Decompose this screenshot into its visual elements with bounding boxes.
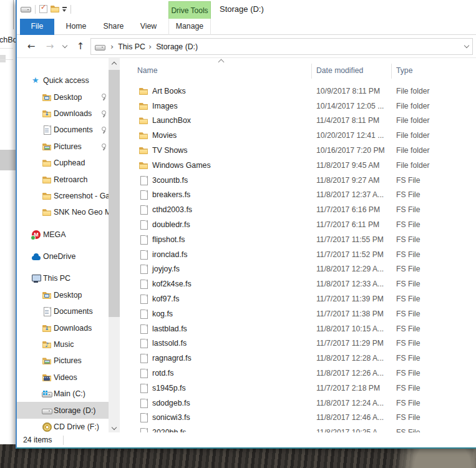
sidebar-item-mega[interactable]: MEGA bbox=[17, 227, 109, 243]
file-name-cell[interactable]: Art Books bbox=[120, 86, 311, 96]
back-button[interactable]: ← bbox=[25, 40, 37, 52]
file-name: 3countb.fs bbox=[152, 176, 188, 185]
sidebar-item-videos[interactable]: Videos bbox=[17, 369, 109, 386]
address-history-chevron-icon[interactable] bbox=[464, 43, 469, 48]
column-header-name[interactable]: Name bbox=[137, 66, 158, 75]
file-name-cell[interactable]: ironclad.fs bbox=[120, 250, 311, 260]
file-name-cell[interactable]: Images bbox=[120, 101, 311, 111]
sidebar-item-downloads[interactable]: Downloads bbox=[17, 105, 109, 122]
file-row[interactable]: Movies10/20/2017 12:41 ...File folder bbox=[120, 128, 476, 143]
sidebar-item-documents[interactable]: Documents bbox=[17, 122, 109, 138]
sidebar-item-pictures[interactable]: Pictures bbox=[17, 353, 109, 369]
column-header-date-modified[interactable]: Date modified bbox=[316, 66, 363, 75]
tab-manage[interactable]: Manage bbox=[168, 19, 211, 35]
file-name-cell[interactable]: cthd2003.fs bbox=[120, 205, 311, 215]
file-name-cell[interactable]: joyjoy.fs bbox=[120, 264, 311, 274]
sidebar-item-retroarch[interactable]: Retroarch bbox=[17, 171, 109, 187]
sidebar-item-onedrive[interactable]: OneDrive bbox=[17, 248, 109, 265]
sidebar-item-storage-d[interactable]: Storage (D:) bbox=[17, 402, 109, 418]
file-name-cell[interactable]: Movies bbox=[120, 130, 311, 140]
sidebar-item-cd-drive-f[interactable]: CD Drive (F:) bbox=[17, 419, 109, 434]
file-row[interactable]: ironclad.fs11/7/2017 11:52 PMFS File bbox=[120, 247, 476, 262]
sidebar-item-quick-access[interactable]: Quick access bbox=[17, 72, 109, 89]
file-name-cell[interactable]: lastblad.fs bbox=[120, 324, 311, 334]
file-name-cell[interactable]: rotd.fs bbox=[120, 368, 311, 378]
file-name-cell[interactable]: kof97.fs bbox=[120, 294, 311, 304]
forward-button[interactable]: → bbox=[44, 40, 56, 52]
file-type: FS File bbox=[391, 354, 476, 363]
tab-file[interactable]: File bbox=[20, 19, 54, 35]
file-row[interactable]: LaunchBox11/4/2017 8:11 PMFile folder bbox=[120, 114, 476, 129]
file-name-cell[interactable]: flipshot.fs bbox=[120, 235, 311, 245]
file-row[interactable]: ragnagrd.fs11/8/2017 12:28 A...FS File bbox=[120, 351, 476, 366]
file-row[interactable]: Art Books10/9/2017 8:11 PMFile folder bbox=[120, 84, 476, 99]
sidebar-item-desktop[interactable]: Desktop bbox=[17, 89, 109, 105]
address-bar[interactable]: › This PC › Storage (D:) bbox=[90, 38, 473, 55]
file-row[interactable]: s1945p.fs11/7/2017 2:18 PMFS File bbox=[120, 381, 476, 396]
file-row[interactable]: lastblad.fs11/8/2017 10:15 A...FS File bbox=[120, 321, 476, 336]
file-icon bbox=[138, 412, 148, 422]
file-row[interactable]: kog.fs11/7/2017 11:38 PMFS File bbox=[120, 306, 476, 321]
file-name-cell[interactable]: TV Shows bbox=[120, 145, 311, 155]
file-date-modified: 11/8/2017 12:24 A... bbox=[311, 399, 391, 407]
up-button[interactable]: ↑ bbox=[74, 40, 87, 52]
file-name-cell[interactable]: breakers.fs bbox=[120, 190, 311, 200]
file-row[interactable]: kof2k4se.fs11/8/2017 12:33 A...FS File bbox=[120, 276, 476, 291]
recent-locations-chevron-icon[interactable] bbox=[62, 43, 67, 48]
file-name-cell[interactable]: Windows Games bbox=[120, 160, 311, 170]
column-header-type[interactable]: Type bbox=[396, 66, 412, 75]
file-row[interactable]: flipshot.fs11/7/2017 11:55 PMFS File bbox=[120, 232, 476, 247]
sidebar-item-main-c[interactable]: Main (C:) bbox=[17, 386, 109, 402]
file-name-cell[interactable]: s1945p.fs bbox=[120, 383, 311, 393]
breadcrumb-storage-d[interactable]: Storage (D:) bbox=[156, 42, 198, 51]
sidebar-scrollbar[interactable] bbox=[109, 58, 120, 434]
file-row[interactable]: lastsold.fs11/7/2017 11:29 PMFS File bbox=[120, 336, 476, 351]
column-resize-handle[interactable] bbox=[311, 64, 312, 79]
tab-share[interactable]: Share bbox=[100, 19, 127, 35]
sidebar-item-snk-neo-geo-m[interactable]: SNK Neo Geo M bbox=[17, 204, 109, 220]
file-row[interactable]: TV Shows10/16/2017 7:20 PMFile folder bbox=[120, 143, 476, 158]
sidebar-item-this-pc[interactable]: This PC bbox=[17, 270, 109, 286]
scroll-up-button[interactable] bbox=[109, 58, 120, 69]
file-type: FS File bbox=[391, 384, 476, 392]
file-name-cell[interactable]: ragnagrd.fs bbox=[120, 353, 311, 363]
sidebar-item-cuphead[interactable]: Cuphead bbox=[17, 155, 109, 171]
file-row[interactable]: sonicwi3.fs11/8/2017 12:46 A...FS File bbox=[120, 411, 476, 426]
breadcrumb-this-pc[interactable]: This PC bbox=[118, 42, 145, 51]
qat-drive-button[interactable] bbox=[21, 4, 32, 15]
file-row[interactable]: Images10/14/2017 12:05 ...File folder bbox=[120, 99, 476, 114]
file-row[interactable]: rotd.fs11/8/2017 12:26 A...FS File bbox=[120, 366, 476, 381]
file-name-cell[interactable]: 3countb.fs bbox=[120, 175, 311, 185]
sidebar-item-pictures[interactable]: Pictures bbox=[17, 139, 109, 155]
file-row[interactable]: Windows Games11/8/2017 9:45 AMFile folde… bbox=[120, 158, 476, 173]
sidebar-item-desktop[interactable]: Desktop bbox=[17, 287, 109, 303]
file-type: FS File bbox=[391, 310, 476, 318]
sidebar-item-screenshot-ga[interactable]: Screenshot - Ga bbox=[17, 188, 109, 204]
qat-new-folder-button[interactable] bbox=[50, 4, 61, 15]
qat-customize-button[interactable] bbox=[61, 4, 67, 15]
file-name-cell[interactable]: doubledr.fs bbox=[120, 220, 311, 230]
file-row[interactable]: sdodgeb.fs11/8/2017 12:24 A...FS File bbox=[120, 396, 476, 411]
file-row[interactable]: cthd2003.fs11/7/2017 6:16 PMFS File bbox=[120, 202, 476, 217]
file-row[interactable]: joyjoy.fs11/8/2017 12:29 A...FS File bbox=[120, 262, 476, 277]
tab-home[interactable]: Home bbox=[62, 19, 90, 35]
file-name-cell[interactable]: sdodgeb.fs bbox=[120, 398, 311, 408]
file-name-cell[interactable]: LaunchBox bbox=[120, 115, 311, 125]
sidebar-item-label: Documents bbox=[54, 307, 93, 316]
scrollbar-thumb[interactable] bbox=[109, 70, 120, 317]
file-row[interactable]: doubledr.fs11/7/2017 6:11 PMFS File bbox=[120, 217, 476, 232]
tab-view[interactable]: View bbox=[137, 19, 160, 35]
sidebar-item-documents[interactable]: Documents bbox=[17, 303, 109, 319]
file-row[interactable]: kof97.fs11/7/2017 11:39 PMFS File bbox=[120, 291, 476, 306]
file-row[interactable]: 3countb.fs11/8/2017 9:27 AMFS File bbox=[120, 173, 476, 188]
drive-tools-contextual-tab[interactable]: Drive Tools bbox=[168, 1, 211, 19]
sidebar-item-downloads[interactable]: Downloads bbox=[17, 319, 109, 336]
sidebar-item-music[interactable]: Music bbox=[17, 336, 109, 353]
file-name-cell[interactable]: kog.fs bbox=[120, 309, 311, 319]
file-name-cell[interactable]: sonicwi3.fs bbox=[120, 412, 311, 422]
column-resize-handle[interactable] bbox=[391, 64, 392, 79]
file-name-cell[interactable]: kof2k4se.fs bbox=[120, 279, 311, 289]
file-name-cell[interactable]: lastsold.fs bbox=[120, 338, 311, 348]
file-row[interactable]: breakers.fs11/8/2017 12:37 A...FS File bbox=[120, 188, 476, 203]
qat-properties-button[interactable] bbox=[39, 4, 50, 15]
